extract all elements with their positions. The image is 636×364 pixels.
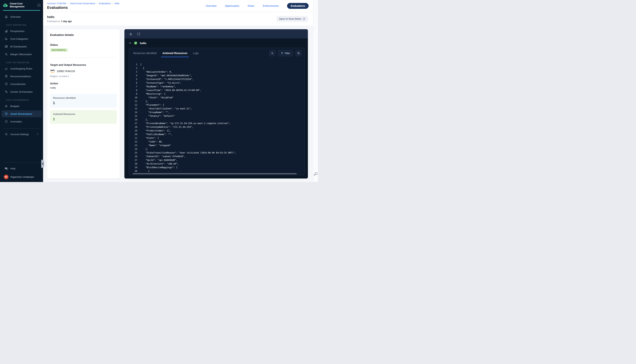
line-number: 28 <box>132 162 137 166</box>
sidebar-item-label: Margin Obfuscation <box>10 53 32 56</box>
line-number: 30 <box>132 169 137 173</box>
code-line: 19 "ProductCodes": [], <box>132 129 302 132</box>
page-header: Account: CCM-NGCloud Asset GovernanceEva… <box>43 0 313 12</box>
line-content: "State": { <box>140 136 159 140</box>
nav-link-evaluations[interactable]: Evaluations <box>287 3 308 9</box>
line-number: 23 <box>132 144 137 147</box>
sidebar-spacer <box>0 138 43 160</box>
line-number: 21 <box>132 136 137 140</box>
sidebar-section-cost-optimization: COST OPTIMIZATION <box>6 62 42 64</box>
gear-icon <box>5 132 8 136</box>
action-value: notify <box>50 86 117 89</box>
line-content: "GroupName": "", <box>140 110 169 114</box>
nav-link-rules[interactable]: Rules <box>248 4 254 7</box>
breadcrumb-hello[interactable]: hello <box>111 2 119 5</box>
sidebar-item-autostopping-rules[interactable]: AutoStopping Rules <box>2 65 42 72</box>
code-line: 17 "PrivateDnsName": "ip-172-31-44-254.u… <box>132 122 302 125</box>
svg-text:?: ? <box>6 168 6 169</box>
code-line: 3 "AmiLaunchIndex": 0, <box>132 70 302 74</box>
line-content: "Tenancy": "default" <box>140 114 175 118</box>
code-line: 1[ <box>132 63 302 66</box>
open-in-rule-editor-button[interactable]: Open in Rule Editor <box>277 16 308 22</box>
logo-row: $ Cloud Cost Management <box>0 0 43 10</box>
line-content: "Placement": { <box>140 103 164 107</box>
filter-funnel-icon <box>281 52 283 54</box>
sidebar-user[interactable]: RC Rajarshee Chatterjee <box>2 173 42 181</box>
sidebar-item-recommendations[interactable]: Recommendations <box>2 73 42 80</box>
autostop-icon <box>5 67 8 70</box>
code-line: 27 "VpcId": "vpc-bb845bd0", <box>132 158 302 162</box>
sidebar-item-budgets[interactable]: $Budgets <box>2 102 42 110</box>
details-divider <box>50 57 117 58</box>
breadcrumb-cloud-asset-governance[interactable]: Cloud Asset Governance <box>66 2 95 5</box>
download-icon[interactable] <box>129 32 132 36</box>
evaluation-details-card: Evaluation Details Status SUCCESSFUL Tar… <box>47 29 120 178</box>
fullscreen-icon[interactable] <box>137 32 140 36</box>
success-check-icon <box>134 41 137 45</box>
nav-link-enforcements[interactable]: Enforcements <box>263 4 279 7</box>
sidebar-item-help[interactable]: ? Help <box>2 165 42 172</box>
module-grid-icon[interactable] <box>37 3 41 7</box>
tab-actions: Filter <box>269 50 301 56</box>
breadcrumb: Account: CCM-NGCloud Asset GovernanceEva… <box>47 2 119 5</box>
code-line: 29 "BlockDeviceMappings": [ <box>132 166 302 169</box>
sidebar-item-commitments[interactable]: Commitments <box>2 80 42 88</box>
line-content: "ProductCodes": [], <box>140 129 171 132</box>
sidebar-item-account-settings[interactable]: Account Settings <box>2 131 42 138</box>
breadcrumb-evaluations[interactable]: Evaluations <box>95 2 111 5</box>
sidebar-item-cluster-orchestrator[interactable]: Cluster Orchestrator <box>2 88 42 95</box>
nav-link-overview[interactable]: Overview <box>206 4 216 7</box>
sidebar-item-label: Anomalies <box>10 120 22 123</box>
line-number: 20 <box>132 132 137 136</box>
line-number: 9 <box>132 92 137 96</box>
code-line: 13 "AvailabilityZone": "us-east-2c", <box>132 107 302 110</box>
line-content: "PrivateDnsName": "ip-172-31-44-254.us-e… <box>140 122 231 125</box>
search-button[interactable] <box>269 50 275 56</box>
line-number: 11 <box>132 100 137 103</box>
sidebar-item-perspectives[interactable]: Perspectives <box>2 28 42 34</box>
filter-button[interactable]: Filter <box>278 50 292 56</box>
nav-link-optimization[interactable]: Optimization <box>225 4 239 7</box>
sidebar-item-overview[interactable]: Overview <box>2 13 42 20</box>
breadcrumb-account-ccm-ng[interactable]: Account: CCM-NG <box>47 2 66 5</box>
sidebar-item-cost-categories[interactable]: Cost Categories <box>2 35 42 42</box>
support-chat-icon[interactable] <box>314 172 318 176</box>
code-line: 23 "Name": "stopped" <box>132 144 302 147</box>
right-gutter <box>313 0 318 182</box>
user-avatar: RC <box>4 175 9 179</box>
evaluation-header: hello Evaluated at: 1 day ago Open in Ru… <box>43 12 313 26</box>
horizontal-scrollbar[interactable] <box>133 173 297 174</box>
percent-icon <box>5 52 8 56</box>
svg-text:$: $ <box>6 106 7 107</box>
copy-button[interactable] <box>296 50 301 56</box>
tab-actioned-resources[interactable]: Actioned Resources <box>162 49 188 57</box>
viewer-body: hello Resources IdentifiedActioned Resou… <box>124 38 308 178</box>
stat-boxes: Resources Identified 1 Actioned Resource… <box>50 94 117 124</box>
code-line: 9 "Monitoring": { <box>132 92 302 96</box>
aws-account-id: 108817434118 <box>57 70 75 72</box>
code-line: 22 "Code": 80, <box>132 140 302 144</box>
sidebar-item-anomalies[interactable]: !Anomalies <box>2 118 42 125</box>
sidebar-item-asset-governance[interactable]: $Asset Governance <box>2 110 42 117</box>
code-line: 11 }, <box>132 100 302 103</box>
line-number: 14 <box>132 110 137 114</box>
tab-logs[interactable]: Logs <box>192 49 199 57</box>
line-content: "InstanceType": "t2.micro", <box>140 81 181 85</box>
sidebar-section-cost-governance: COST GOVERNANCE <box>6 99 42 101</box>
region-text: Region: us-east-2 <box>50 75 117 78</box>
code-editor[interactable]: 1[2 {3 "AmiLaunchIndex": 0,4 "ImageId": … <box>129 57 304 175</box>
filter-label: Filter <box>285 52 290 54</box>
sidebar-divider <box>3 128 40 128</box>
stat-box-resources-identified: Resources Identified 1 <box>50 94 117 108</box>
sidebar-item-label: Perspectives <box>10 30 25 32</box>
tab-resources-identified[interactable]: Resources Identified <box>133 49 157 57</box>
sidebar-item-margin-obfuscation[interactable]: Margin Obfuscation <box>2 51 42 58</box>
sidebar-item-bi-dashboards[interactable]: BI Dashboards <box>2 43 42 50</box>
code-line: 16 }, <box>132 118 302 122</box>
line-content: "AmiLaunchIndex": 0, <box>140 70 172 74</box>
evaluation-header-left: hello Evaluated at: 1 day ago <box>47 15 72 22</box>
stat-label: Resources Identified <box>53 96 114 99</box>
line-number: 29 <box>132 166 137 169</box>
chevron-up-icon[interactable] <box>129 42 131 44</box>
open-in-rule-editor-label: Open in Rule Editor <box>279 18 301 20</box>
